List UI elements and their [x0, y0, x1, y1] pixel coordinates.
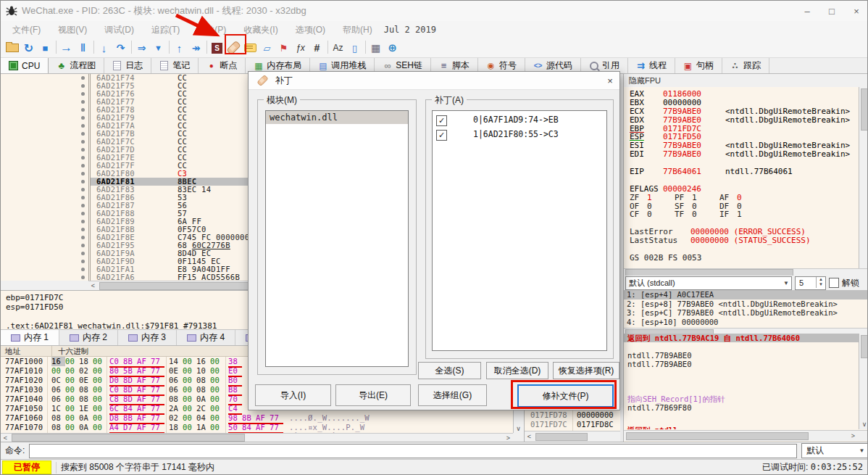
breakpoint-dot-icon[interactable] [81, 188, 85, 191]
tab-笔记[interactable]: 笔记 [151, 58, 199, 73]
breakpoint-dot-icon[interactable] [81, 228, 85, 231]
stack-row[interactable]: 0171FD7800000000 [525, 410, 621, 420]
breakpoint-gutter[interactable] [1, 265, 91, 273]
stack-view-row[interactable]: ntdll.77B9ABE0 [624, 351, 859, 360]
run-icon[interactable]: → [58, 39, 75, 57]
breakpoint-gutter[interactable] [1, 194, 91, 202]
breakpoint-dot-icon[interactable] [81, 108, 85, 112]
unlock-checkbox[interactable] [829, 278, 839, 288]
breakpoint-dot-icon[interactable] [81, 148, 85, 152]
scylla-icon[interactable]: S [209, 39, 225, 57]
deselect-all-button[interactable]: 取消全选(D) [486, 362, 548, 379]
patch-list-item[interactable]: ✓0|6A7F1AD9:74->EB [433, 113, 606, 128]
argument-count-spinner[interactable]: 5 ▲▼ [795, 276, 826, 290]
menu-item[interactable]: 收藏夹(I) [235, 22, 286, 38]
breakpoint-dot-icon[interactable] [81, 260, 85, 263]
menu-item[interactable]: 视图(V) [49, 22, 96, 38]
select-all-button[interactable]: 全选(S) [418, 362, 481, 379]
breakpoint-dot-icon[interactable] [81, 100, 85, 104]
menu-item[interactable]: 文件(F) [4, 22, 49, 38]
breakpoint-dot-icon[interactable] [81, 196, 85, 199]
breakpoint-dot-icon[interactable] [81, 92, 85, 96]
stack-view-row[interactable] [624, 368, 859, 377]
breakpoint-gutter[interactable] [1, 130, 91, 138]
breakpoint-dot-icon[interactable] [81, 172, 85, 175]
open-file-icon[interactable] [4, 39, 20, 57]
breakpoint-gutter[interactable] [1, 170, 91, 178]
stack-vscrollbar[interactable]: ∨ [859, 334, 868, 429]
breakpoint-dot-icon[interactable] [81, 236, 85, 239]
scroll-down-icon[interactable]: ∨ [514, 424, 523, 433]
restore-selection-button[interactable]: 恢复选择项(R) [553, 362, 619, 379]
dump-hscrollbar[interactable]: < > [1, 433, 513, 442]
register-line[interactable]: EBP0171FD7C [624, 125, 859, 133]
stack-view-row[interactable]: ntdll.77B9ABE0 [624, 360, 859, 368]
register-line[interactable]: ZF1PF1AF0 [624, 194, 859, 202]
menu-item[interactable]: 调试(D) [96, 22, 143, 38]
tab-跟踪[interactable]: ∴跟踪 [722, 58, 769, 73]
step-out-icon[interactable]: ↑ [171, 39, 188, 57]
stack-view-row[interactable]: 返回到 ntdll.77B9AC19 自 ntdll.77B64060 [624, 334, 859, 342]
breakpoint-gutter[interactable] [1, 257, 91, 265]
register-line[interactable]: EFLAGS00000246 [624, 185, 859, 194]
globe-icon[interactable]: ⊕ [384, 39, 401, 57]
stack-row[interactable]: 0171FD7C0171FD8C [525, 420, 621, 429]
breakpoint-gutter[interactable] [1, 146, 91, 154]
breakpoint-gutter[interactable] [1, 74, 91, 82]
register-line[interactable]: CF0TF0IF1 [624, 210, 859, 219]
stop-icon[interactable]: ■ [37, 39, 54, 57]
breakpoint-gutter[interactable] [1, 226, 91, 234]
breakpoint-gutter[interactable] [1, 202, 91, 210]
argument-row[interactable]: 1: [esp+4] A0C17EEA [624, 290, 868, 300]
scroll-left-icon[interactable]: < [1, 434, 10, 442]
restart-icon[interactable]: ↻ [20, 39, 37, 57]
breakpoint-dot-icon[interactable] [81, 116, 85, 120]
breakpoint-dot-icon[interactable] [81, 164, 85, 168]
register-line[interactable]: EDX77B9ABE0<ntdll.DbgUiRemoteBreakin> [624, 116, 859, 125]
patch-file-button[interactable]: 修补文件(P) [517, 384, 614, 408]
strings-icon[interactable]: Az [330, 39, 346, 57]
command-script-type-select[interactable]: 默认 ▼ [801, 443, 868, 458]
device-icon[interactable]: ▯ [346, 39, 363, 57]
stack-view-row[interactable]: ntdll.77B69F80 [624, 403, 859, 412]
stack-hscrollbar[interactable]: > [624, 430, 868, 441]
breakpoint-dot-icon[interactable] [81, 76, 85, 80]
stack-view-row[interactable] [624, 377, 859, 386]
breakpoint-dot-icon[interactable] [81, 268, 85, 271]
module-list[interactable]: wechatwin.dll [265, 110, 409, 367]
breakpoint-dot-icon[interactable] [81, 156, 85, 160]
scroll-right-icon[interactable]: > [504, 434, 513, 442]
comments-icon[interactable] [242, 39, 259, 57]
step-over-icon[interactable]: ↷ [112, 39, 129, 57]
stack-view-row[interactable] [624, 386, 859, 395]
arguments-view[interactable]: 1: [esp+4] A0C17EEA2: [esp+8] 77B9ABE0 <… [624, 290, 868, 328]
register-line[interactable]: LastStatus00000000 (STATUS_SUCCESS) [624, 236, 859, 245]
module-list-item[interactable]: wechatwin.dll [266, 111, 408, 124]
breakpoint-gutter[interactable] [1, 273, 91, 281]
registers-vscrollbar[interactable] [859, 87, 868, 268]
step-down-icon[interactable]: ▼ [150, 39, 167, 57]
dialog-close-icon[interactable]: × [601, 73, 619, 88]
export-button[interactable]: 导出(E) [335, 384, 411, 406]
register-line[interactable]: EDI77B9ABE0<ntdll.DbgUiRemoteBreakin> [624, 150, 859, 159]
register-line[interactable]: EIP77B64061ntdll.77B64061 [624, 168, 859, 176]
breakpoint-dot-icon[interactable] [81, 204, 85, 207]
patch-checkbox[interactable]: ✓ [436, 115, 447, 126]
scroll-left-icon[interactable]: < [525, 432, 534, 441]
command-input[interactable] [29, 444, 797, 458]
register-line[interactable]: EAX01186000 [624, 90, 859, 99]
calculator-icon[interactable]: ▦ [367, 39, 384, 57]
breakpoint-gutter[interactable] [1, 154, 91, 162]
patch-list[interactable]: ✓0|6A7F1AD9:74->EB✓1|6AD21F80:55->C3 [432, 110, 607, 351]
menu-item[interactable]: 追踪(T) [143, 22, 188, 38]
menu-item[interactable]: 帮助(H) [334, 22, 381, 38]
calling-convention-select[interactable]: 默认 (stdcall) ▼ [625, 276, 792, 290]
breakpoint-dot-icon[interactable] [81, 180, 85, 183]
breakpoint-gutter[interactable] [1, 114, 91, 122]
tab-日志[interactable]: 日志 [104, 58, 151, 73]
breakpoint-gutter[interactable] [1, 218, 91, 226]
breakpoint-gutter[interactable] [1, 82, 91, 90]
scroll-left-icon[interactable]: < [88, 281, 98, 290]
argument-row[interactable]: 4: [esp+10] 00000000 [624, 318, 868, 327]
close-button[interactable]: × [844, 2, 868, 20]
